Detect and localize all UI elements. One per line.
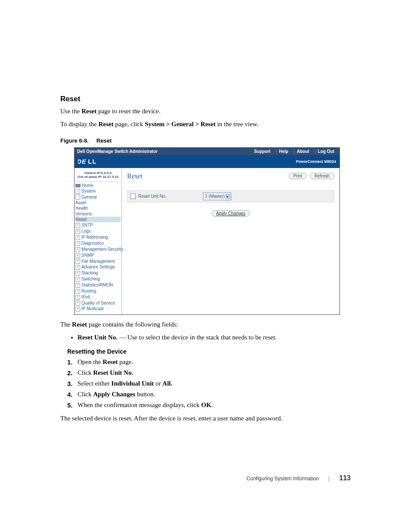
tree-mgmtsec[interactable]: +Management Security: [75, 246, 121, 252]
text-bold: All.: [162, 380, 172, 387]
tree-system[interactable]: -System: [75, 188, 121, 194]
expand-icon[interactable]: +: [75, 235, 80, 240]
expand-icon[interactable]: +: [75, 301, 80, 305]
step-item: Select either Individual Unit or All.: [67, 379, 351, 388]
tree-switching[interactable]: +Switching: [75, 276, 121, 282]
expand-icon[interactable]: +: [75, 265, 80, 270]
tree-general[interactable]: -General: [75, 194, 121, 200]
link-logout[interactable]: Log Out: [315, 149, 337, 154]
expand-icon[interactable]: +: [75, 277, 80, 282]
text-bold: Reset: [72, 321, 87, 328]
text: Click: [78, 391, 93, 398]
tree-label: Logs: [81, 229, 91, 233]
expand-icon[interactable]: +: [75, 271, 80, 276]
print-button[interactable]: Print: [289, 173, 307, 179]
text-bold: Reset Unit No.: [78, 334, 118, 341]
expand-icon[interactable]: +: [75, 295, 80, 300]
page-number: 113: [339, 474, 351, 482]
tree-versions[interactable]: Versions: [75, 211, 121, 217]
collapse-icon[interactable]: -: [75, 195, 80, 199]
expand-icon[interactable]: +: [75, 259, 80, 264]
step-item: Open the Reset page.: [67, 358, 351, 367]
tree-label: Quality of Service: [81, 301, 115, 305]
content-pane: Reset Print Refresh Reset Unit No. 1 (Ma…: [122, 168, 339, 314]
text-bold: Reset Unit No.: [93, 369, 133, 376]
tree-ipmc[interactable]: +IP Multicast: [75, 306, 121, 312]
page-footer: Configuring System Information | 113: [60, 474, 351, 482]
link-support[interactable]: Support: [251, 149, 273, 154]
tree-snmp[interactable]: +SNMP: [75, 252, 121, 258]
select-value: 1 (Master): [205, 194, 225, 199]
tree-diag[interactable]: +Diagnostics: [75, 240, 121, 246]
tree-label: Asset: [75, 200, 86, 205]
screenshot-figure: Dell OpenManage Switch Administrator Sup…: [74, 147, 340, 315]
tree-routing[interactable]: +Routing: [75, 288, 121, 294]
nav-sidebar: Inband IP:0.0.0.0 Out-of-band IP:10.27.5…: [75, 168, 122, 314]
procedure-steps: Open the Reset page. Click Reset Unit No…: [60, 358, 351, 410]
tree-label: File Management: [81, 259, 115, 264]
refresh-button[interactable]: Refresh: [310, 173, 334, 179]
tree-label: Advance Settings: [81, 264, 115, 269]
tree-label: SNTP: [81, 223, 93, 227]
expand-icon[interactable]: +: [75, 229, 80, 234]
svg-text:L: L: [93, 158, 97, 165]
figure-number: Figure 6-8.: [60, 137, 89, 144]
tree-label: Statistics/RMON: [81, 283, 113, 287]
expand-icon[interactable]: +: [75, 307, 80, 311]
tree-qos[interactable]: +Quality of Service: [75, 300, 121, 306]
reset-unit-select[interactable]: 1 (Master): [203, 193, 231, 200]
tree-label: Routing: [81, 289, 96, 293]
app-titlebar: Dell OpenManage Switch Administrator Sup…: [75, 148, 339, 155]
tree-health[interactable]: Health: [75, 205, 121, 211]
tree-sntp[interactable]: +SNTP: [75, 222, 121, 228]
text: in the tree view.: [216, 121, 258, 128]
intro-paragraph-1: Use the Reset page to reset the device.: [60, 107, 351, 115]
expand-icon[interactable]: +: [75, 289, 80, 294]
expand-icon[interactable]: +: [75, 283, 80, 288]
figure-title: Reset: [97, 137, 112, 144]
tree-logs[interactable]: +Logs: [75, 228, 121, 234]
step-item: Click Apply Changes button.: [67, 390, 351, 399]
tree-asset[interactable]: Asset: [75, 200, 121, 205]
reset-unit-checkbox[interactable]: [130, 193, 136, 199]
text: Open the: [78, 358, 103, 365]
step-item: Click Reset Unit No.: [67, 368, 351, 377]
step-item: When the confirmation message displays, …: [67, 401, 351, 410]
bullet-item: Reset Unit No. — Use to select the devic…: [78, 333, 351, 342]
text-bold: System > General > Reset: [145, 121, 216, 128]
text-bold: Individual Unit: [111, 380, 154, 387]
text: Select either: [78, 380, 111, 387]
expand-icon[interactable]: +: [75, 241, 80, 246]
reset-unit-label: Reset Unit No.: [138, 194, 203, 199]
tree-home[interactable]: Home: [75, 183, 121, 188]
tree-filemgmt[interactable]: +File Management: [75, 258, 121, 264]
figure-caption: Figure 6-8.Reset: [60, 137, 351, 144]
section-heading: Reset: [60, 95, 351, 103]
tree-ipaddr[interactable]: +IP Addressing: [75, 234, 121, 240]
text: page contains the following fields:: [87, 321, 178, 328]
step-extra-text: The selected device is reset. After the …: [60, 414, 351, 423]
tree-label: IPv6: [81, 295, 90, 299]
link-help[interactable]: Help: [276, 149, 291, 154]
expand-icon[interactable]: +: [75, 253, 80, 258]
tree-label: Switching: [81, 277, 100, 281]
collapse-icon[interactable]: -: [75, 189, 80, 194]
oob-ip: Out-of-band IP:10.27.5.31: [76, 175, 120, 179]
tree-ipv6[interactable]: +IPv6: [75, 294, 121, 300]
nav-tree: Home -System -General Asset Health Versi…: [75, 183, 121, 312]
text: button.: [135, 391, 155, 398]
link-about[interactable]: About: [294, 149, 312, 154]
expand-icon[interactable]: +: [75, 247, 80, 252]
expand-icon[interactable]: +: [75, 223, 80, 228]
apply-changes-button[interactable]: Apply Changes: [212, 210, 250, 217]
tree-statsrmon[interactable]: +Statistics/RMON: [75, 282, 121, 288]
text: or: [154, 380, 162, 387]
tree-stacking[interactable]: +Stacking: [75, 270, 121, 276]
tree-advance[interactable]: +Advance Settings: [75, 264, 121, 270]
tree-reset[interactable]: Reset: [75, 217, 121, 222]
titlebar-links: Support Help About Log Out: [249, 149, 337, 154]
tree-label: Diagnostics: [81, 241, 104, 246]
tree-label: IP Multicast: [81, 306, 104, 311]
inband-ip: Inband IP:0.0.0.0: [76, 171, 120, 175]
logo-bar: D E L L PowerConnect M8024: [75, 155, 339, 168]
